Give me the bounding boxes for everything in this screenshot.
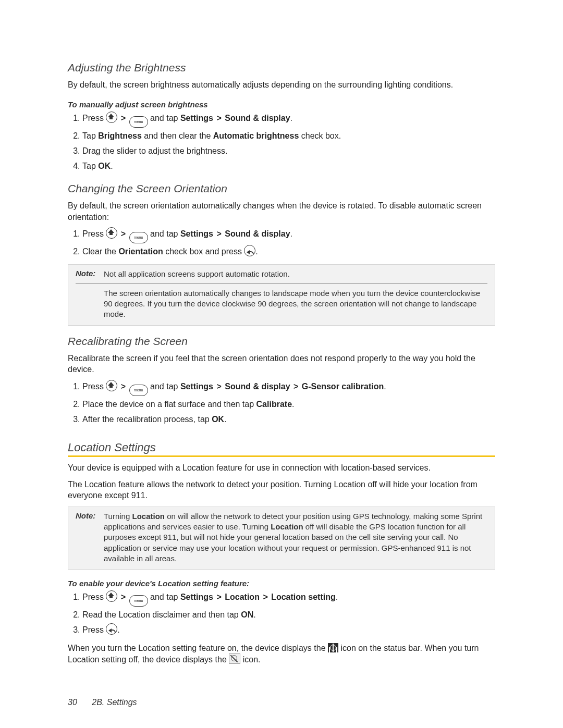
menu-icon: menu [129, 116, 148, 128]
paragraph: Your device is equipped with a Location … [68, 462, 495, 474]
step: Drag the slider to adjust the brightness… [82, 144, 495, 158]
step-list: Press > menu and tap Settings > Sound & … [68, 379, 495, 426]
home-icon [106, 112, 117, 123]
home-icon [106, 227, 117, 239]
step: Press > menu and tap Settings > Sound & … [82, 111, 495, 128]
step-list: Press > menu and tap Settings > Location… [68, 590, 495, 637]
menu-icon: menu [129, 385, 148, 396]
home-icon [106, 590, 117, 602]
sub-procedure-title: To enable your device's Location setting… [68, 579, 495, 588]
step: Tap OK. [82, 159, 495, 173]
heading-adjusting-brightness: Adjusting the Brightness [68, 61, 495, 74]
paragraph: By default, the screen brightness automa… [68, 79, 495, 91]
note-text: The screen orientation automatically cha… [104, 288, 487, 320]
note-label: Note: [76, 511, 99, 564]
heading-location-settings: Location Settings [68, 441, 495, 457]
step: Tap Brightness and then clear the Automa… [82, 129, 495, 143]
step: Clear the Orientation check box and pres… [82, 244, 495, 258]
back-icon [244, 245, 255, 256]
manual-page: Adjusting the Brightness By default, the… [0, 0, 563, 728]
paragraph: The Location feature allows the network … [68, 479, 495, 501]
step: Read the Location disclaimer and then ta… [82, 608, 495, 622]
step: Press . [82, 623, 495, 637]
step-list: Press > menu and tap Settings > Sound & … [68, 111, 495, 174]
note-box: Note: Turning Location on will allow the… [68, 507, 495, 570]
paragraph: When you turn the Location setting featu… [68, 643, 495, 665]
note-text: Turning Location on will allow the netwo… [104, 511, 487, 564]
note-label: Note: [76, 269, 99, 279]
step: After the recalibration process, tap OK. [82, 412, 495, 426]
paragraph: By default, the screen orientation autom… [68, 200, 495, 223]
location-off-icon [229, 653, 240, 664]
note-box: Note: Not all application screens suppor… [68, 264, 495, 326]
step: Press > menu and tap Settings > Location… [82, 590, 495, 607]
step-list: Press > menu and tap Settings > Sound & … [68, 227, 495, 258]
step: Press > menu and tap Settings > Sound & … [82, 379, 495, 396]
back-icon [106, 623, 117, 635]
menu-icon: menu [129, 595, 148, 607]
location-on-icon [328, 643, 338, 652]
step: Press > menu and tap Settings > Sound & … [82, 227, 495, 243]
heading-screen-orientation: Changing the Screen Orientation [68, 182, 495, 195]
step: Place the device on a flat surface and t… [82, 397, 495, 411]
note-text: Not all application screens support auto… [104, 269, 487, 279]
chapter-label: 2B. Settings [92, 698, 137, 707]
paragraph: Recalibrate the screen if you feel that … [68, 353, 495, 375]
heading-recalibrating: Recalibrating the Screen [68, 335, 495, 348]
menu-icon: menu [129, 232, 148, 243]
sub-procedure-title: To manually adjust screen brightness [68, 100, 495, 109]
page-number: 30 [68, 698, 77, 707]
page-footer: 30 2B. Settings [68, 698, 137, 707]
divider [76, 283, 487, 284]
home-icon [106, 380, 117, 391]
